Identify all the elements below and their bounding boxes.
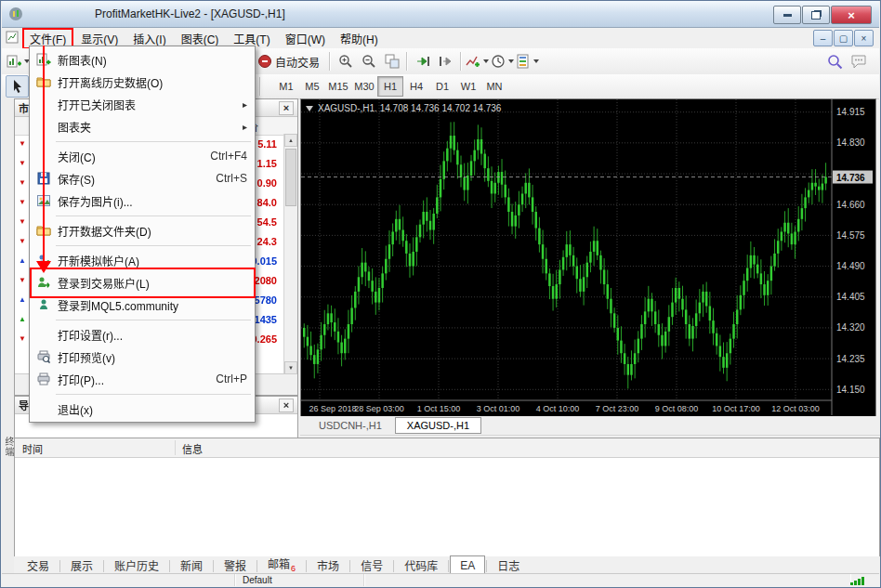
auto-scroll-button[interactable]	[411, 50, 434, 72]
svg-text:14.320: 14.320	[836, 322, 865, 333]
scroll-down-icon[interactable]: ▼	[284, 361, 297, 374]
terminal-tab-label: 日志	[497, 560, 519, 573]
down-arrow-icon: ▼	[15, 334, 30, 343]
terminal-tab-label: 展示	[71, 560, 93, 573]
file-menu-item-6[interactable]: 保存(S)Ctrl+S	[30, 167, 255, 189]
toolbar-separator	[406, 52, 408, 71]
close-icon[interactable]: ×	[279, 399, 294, 412]
timeframe-m30-button[interactable]: M30	[351, 76, 377, 97]
chart-tab-1[interactable]: USDCNH-,H1	[308, 418, 393, 433]
scrollbar-thumb[interactable]	[285, 149, 296, 206]
timeframe-m5-button[interactable]: M5	[299, 76, 325, 97]
up-arrow-icon: ▲	[15, 256, 30, 265]
terminal-header: 时间 信息	[15, 438, 879, 458]
zoom-out-button[interactable]	[357, 50, 380, 72]
svg-text:14.235: 14.235	[836, 354, 865, 364]
svg-text:14.660: 14.660	[836, 200, 865, 210]
timeframe-d1-button[interactable]: D1	[429, 76, 455, 97]
annotation-arrow-line	[43, 46, 45, 262]
toolbar-separator	[460, 52, 462, 71]
message-column-header[interactable]: 信息	[182, 441, 203, 456]
chat-button[interactable]	[847, 50, 870, 72]
svg-text:12 Oct 03:00: 12 Oct 03:00	[771, 404, 820, 413]
market-watch-scrollbar[interactable]: ▲ ▼	[283, 134, 297, 374]
chart-tab-2[interactable]: XAGUSD-,H1	[395, 417, 481, 434]
timeframe-m1-button[interactable]: M1	[273, 76, 299, 97]
tile-windows-button[interactable]	[380, 50, 403, 72]
tab-separator	[213, 560, 214, 572]
menubar-item-7[interactable]: 帮助(H)	[333, 28, 386, 49]
menubar-item-6[interactable]: 窗口(W)	[278, 28, 333, 49]
one-click-trading-icon[interactable]	[306, 106, 313, 111]
up-arrow-icon: ▲	[15, 295, 30, 304]
terminal-tab-label: 信号	[361, 560, 383, 573]
file-menu-item-label: 打印(P)...	[58, 372, 104, 387]
chart-window-icon[interactable]	[6, 31, 19, 46]
terminal-panel: 时间 信息	[14, 438, 880, 558]
down-arrow-icon: ▼	[15, 276, 30, 284]
terminal-tab-label: 交易	[27, 560, 49, 573]
print-preview-icon	[32, 349, 56, 364]
menu-separator	[30, 390, 255, 398]
timeframe-mn-button[interactable]: MN	[481, 76, 507, 97]
mdi-minimize-button[interactable]: –	[813, 30, 833, 46]
chart-shift-button[interactable]	[434, 50, 457, 72]
down-arrow-icon: ▼	[15, 237, 30, 245]
annotation-highlight-box	[30, 268, 256, 298]
file-menu-item-label: 打开数据文件夹(D)	[58, 223, 151, 239]
file-menu-item-13[interactable]: 打印预览(v)	[30, 346, 255, 368]
title-bar: ProfitMarketHK-Live2 - [XAGUSD-,H1] ×	[2, 1, 879, 28]
timeframe-m15-button[interactable]: M15	[325, 76, 351, 97]
indicators-button[interactable]	[465, 50, 490, 72]
mail-badge: 6	[291, 564, 296, 573]
file-menu-item-1[interactable]: 新图表(N)	[30, 48, 255, 71]
new-chart-button[interactable]	[6, 50, 31, 72]
file-menu-item-label: 图表夹	[58, 119, 91, 135]
file-menu-item-8[interactable]: 打开数据文件夹(D)	[30, 219, 255, 242]
chart-tabs-bar: USDCNH-,H1XAGUSD-,H1	[300, 416, 881, 436]
login-mql5-icon	[32, 297, 56, 312]
tab-separator	[256, 560, 257, 572]
candlestick-chart[interactable]: 14.91514.83014.66014.57514.49014.40514.3…	[301, 99, 874, 415]
auto-trading-label: 自动交易	[275, 54, 320, 70]
scroll-up-icon[interactable]: ▲	[284, 134, 297, 147]
tab-separator	[393, 560, 394, 572]
time-column-header[interactable]: 时间	[22, 441, 43, 456]
close-icon[interactable]: ×	[279, 101, 294, 115]
tab-separator	[349, 560, 350, 572]
zoom-in-button[interactable]	[334, 50, 357, 72]
file-menu-item-3[interactable]: 打开已关闭图表▸	[30, 93, 255, 115]
mdi-window-controls: – ▢ ×	[812, 30, 874, 46]
file-menu-item-7[interactable]: 保存为图片(i)...	[30, 189, 255, 212]
chart-area[interactable]: 14.91514.83014.66014.57514.49014.40514.3…	[300, 98, 876, 418]
minimize-button[interactable]	[773, 6, 801, 24]
down-arrow-icon: ▼	[15, 198, 30, 206]
file-menu-item-4[interactable]: 图表夹▸	[30, 115, 255, 137]
templates-button[interactable]	[515, 50, 540, 72]
down-arrow-icon: ▼	[15, 178, 30, 187]
mdi-restore-button[interactable]: ▢	[834, 30, 853, 46]
timeframe-w1-button[interactable]: W1	[455, 76, 481, 97]
timeframe-h1-button[interactable]: H1	[377, 76, 403, 97]
submenu-arrow-icon: ▸	[243, 122, 247, 132]
tab-separator	[103, 560, 104, 572]
column-divider[interactable]	[175, 440, 176, 455]
periods-button[interactable]	[490, 50, 515, 72]
file-menu-item-12[interactable]: 打印设置(r)...	[30, 323, 255, 346]
file-menu-item-2[interactable]: 打开离线历史数据(O)	[30, 71, 255, 93]
cursor-button[interactable]	[6, 75, 29, 98]
close-button[interactable]: ×	[831, 6, 872, 24]
file-menu-item-14[interactable]: 打印(P)...Ctrl+P	[30, 368, 255, 390]
timeframe-h4-button[interactable]: H4	[403, 76, 429, 97]
menu-separator	[30, 242, 255, 249]
svg-text:4 Oct 10:00: 4 Oct 10:00	[536, 404, 580, 413]
svg-text:10 Oct 17:00: 10 Oct 17:00	[712, 404, 760, 413]
mdi-close-button[interactable]: ×	[854, 30, 874, 46]
search-button[interactable]	[823, 50, 847, 72]
file-menu-item-15[interactable]: 退出(x)	[30, 398, 255, 420]
auto-trading-button[interactable]: 自动交易	[251, 50, 326, 72]
file-menu-item-5[interactable]: 关闭(C)Ctrl+F4	[30, 145, 255, 167]
profile-selector[interactable]: Default	[235, 574, 364, 586]
restore-button[interactable]	[802, 6, 830, 24]
status-bar: Default	[2, 573, 879, 586]
